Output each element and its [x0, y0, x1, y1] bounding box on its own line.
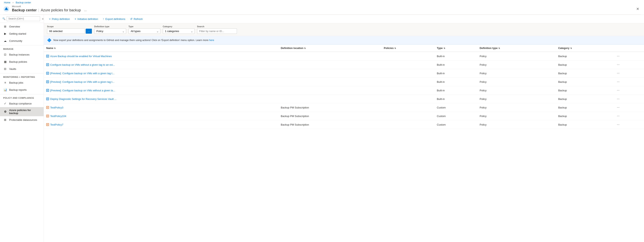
sidebar-item-azure-policies[interactable]: ⚙Azure policies for backup	[0, 107, 44, 116]
row-more-button[interactable]: ···	[616, 71, 621, 75]
collapse-sidebar-button[interactable]: «	[41, 17, 44, 21]
toolbar-policy-definition-button[interactable]: +Policy definition	[47, 16, 72, 21]
search-icon: 🔍	[2, 17, 6, 20]
search-container: 🔍 «	[0, 15, 44, 23]
refresh-icon: ↺	[130, 17, 132, 20]
search-input[interactable]	[6, 16, 40, 21]
row-row-5-type: Built-in	[434, 86, 477, 95]
row-name-link[interactable]: P TestPolicy104	[46, 115, 276, 118]
app-icon	[3, 6, 10, 12]
table-row: P Configure backup on VMs without a give…	[44, 60, 644, 69]
sort-definition-type-icon[interactable]: ⇅	[498, 47, 500, 49]
svg-text:P: P	[47, 107, 48, 108]
row-row-3-policies	[382, 69, 434, 78]
svg-text:P: P	[47, 73, 48, 74]
svg-text:P: P	[47, 64, 48, 65]
backup-compliance-icon: ✓	[3, 101, 7, 105]
row-more-button[interactable]: ···	[616, 114, 621, 118]
row-more-button[interactable]: ···	[616, 88, 621, 93]
row-more-button[interactable]: ···	[616, 122, 621, 127]
sidebar-item-backup-compliance[interactable]: ✓Backup compliance	[0, 100, 44, 107]
row-more-button[interactable]: ···	[616, 54, 621, 58]
sidebar-sections: Manage⊡Backup instances▦Backup policies⊟…	[0, 44, 44, 123]
row-row-1-name: P Azure Backup should be enabled for Vir…	[44, 52, 278, 60]
row-row-1-policies	[382, 52, 434, 60]
row-more-button[interactable]: ···	[616, 80, 621, 84]
toolbar: +Policy definition+Initiative definition…	[44, 15, 644, 23]
sort-type-icon[interactable]: ⇅	[444, 47, 445, 49]
toolbar-export-definitions-button[interactable]: ↑Export definitions	[101, 16, 127, 21]
type-filter: Type All types Built-in Custom	[128, 25, 160, 34]
sidebar-item-backup-reports[interactable]: 📊Backup reports	[0, 86, 44, 93]
row-row-3-name: P [Preview]: Configure backup on VMs wit…	[44, 69, 278, 78]
close-button[interactable]: ✕	[635, 6, 641, 12]
definition-type-label: Definition type	[94, 25, 126, 28]
protectable-datasources-icon: ⊞	[3, 118, 7, 122]
header-ellipsis-button[interactable]: ...	[82, 7, 88, 13]
row-more-button[interactable]: ···	[616, 97, 621, 101]
row-name-link[interactable]: P [Preview]: Configure backup on VMs wit…	[46, 72, 276, 75]
row-more-button[interactable]: ···	[616, 62, 621, 67]
col-header-category[interactable]: Category⇅	[556, 44, 613, 52]
banner-text: Now export your definitions and assignme…	[54, 39, 214, 42]
sidebar-item-overview[interactable]: ⊞Overview	[0, 23, 44, 30]
policies-table: Name⇅Definition location⇅Policies⇅Type⇅D…	[44, 44, 644, 129]
banner-link[interactable]: here	[209, 39, 214, 42]
category-select[interactable]: 1 categories All categories	[163, 28, 195, 34]
row-name-link[interactable]: P TestPolicy7	[46, 123, 276, 126]
row-name-link[interactable]: P [Preview]: Configure backup on VMs wit…	[46, 89, 276, 92]
policy-icon: P	[46, 97, 49, 100]
row-row-8-category: Backup	[556, 112, 613, 120]
sort-category-icon[interactable]: ⇅	[570, 47, 572, 49]
svg-text:P: P	[47, 115, 48, 117]
breadcrumb: Home › Backup center	[3, 1, 641, 4]
toolbar-refresh-button[interactable]: ↺Refresh	[128, 16, 145, 21]
sort-definition-location-icon[interactable]: ⇅	[304, 47, 306, 49]
sidebar-item-backup-instances[interactable]: ⊡Backup instances	[0, 51, 44, 58]
scope-input[interactable]	[47, 28, 85, 34]
type-select[interactable]: All types Built-in Custom	[128, 28, 160, 34]
filters-bar: Scope ··· Definition type Policy Initiat…	[44, 23, 644, 36]
row-row-2-name: P Configure backup on VMs without a give…	[44, 60, 278, 69]
row-row-7-category: Backup	[556, 103, 613, 112]
row-row-7-policies	[382, 103, 434, 112]
sidebar-item-community[interactable]: ☁Community	[0, 37, 44, 44]
row-name-link[interactable]: P Configure backup on VMs without a give…	[46, 63, 276, 66]
sort-policies-icon[interactable]: ⇅	[394, 47, 396, 49]
row-row-5-definition-type: Policy	[477, 86, 556, 95]
sort-name-icon[interactable]: ⇅	[54, 47, 56, 49]
row-row-8-policies	[382, 112, 434, 120]
definition-type-select[interactable]: Policy Initiative	[94, 28, 126, 34]
sidebar-item-backup-jobs[interactable]: ≡Backup jobs	[0, 79, 44, 86]
col-header-definition-location[interactable]: Definition location⇅	[278, 44, 382, 52]
row-more-button[interactable]: ···	[616, 105, 621, 110]
table-row: P TestPolicy3Backup PM SubscriptionCusto…	[44, 103, 644, 112]
sidebar-item-backup-policies[interactable]: ▦Backup policies	[0, 58, 44, 65]
col-header-name[interactable]: Name⇅	[44, 44, 278, 52]
policy-icon: P	[46, 63, 49, 66]
sidebar-item-getting-started[interactable]: ▶Getting started	[0, 30, 44, 37]
toolbar-initiative-definition-button[interactable]: +Initiative definition	[73, 16, 100, 21]
nav-section-manage: Manage	[0, 45, 44, 51]
row-row-4-category: Backup	[556, 78, 613, 86]
row-name-link[interactable]: P [Preview]: Configure backup on VMs wit…	[46, 80, 276, 83]
col-header-type[interactable]: Type⇅	[434, 44, 477, 52]
row-name-link[interactable]: P Azure Backup should be enabled for Vir…	[46, 55, 276, 58]
scope-filter-button[interactable]: ···	[86, 29, 92, 34]
sidebar-item-protectable-datasources[interactable]: ⊞Protectable datasources	[0, 116, 44, 123]
row-row-9-name: P TestPolicy7	[44, 120, 278, 129]
row-row-6-category: Backup	[556, 95, 613, 103]
row-row-3-category: Backup	[556, 69, 613, 78]
row-row-6-policies	[382, 95, 434, 103]
backup-jobs-icon: ≡	[3, 81, 7, 85]
row-name-link[interactable]: P Deploy Diagnostic Settings for Recover…	[46, 97, 276, 100]
col-header-definition-type[interactable]: Definition type⇅	[477, 44, 556, 52]
col-header-actions	[613, 44, 644, 52]
col-header-policies[interactable]: Policies⇅	[382, 44, 434, 52]
sidebar-item-vaults[interactable]: ⊟Vaults	[0, 65, 44, 72]
row-name-link[interactable]: P TestPolicy3	[46, 106, 276, 109]
name-filter-input[interactable]	[197, 28, 237, 34]
row-row-3-type: Built-in	[434, 69, 477, 78]
getting-started-icon: ▶	[3, 32, 7, 36]
title-group: Microsoft Backup center | Azure policies…	[12, 5, 88, 13]
